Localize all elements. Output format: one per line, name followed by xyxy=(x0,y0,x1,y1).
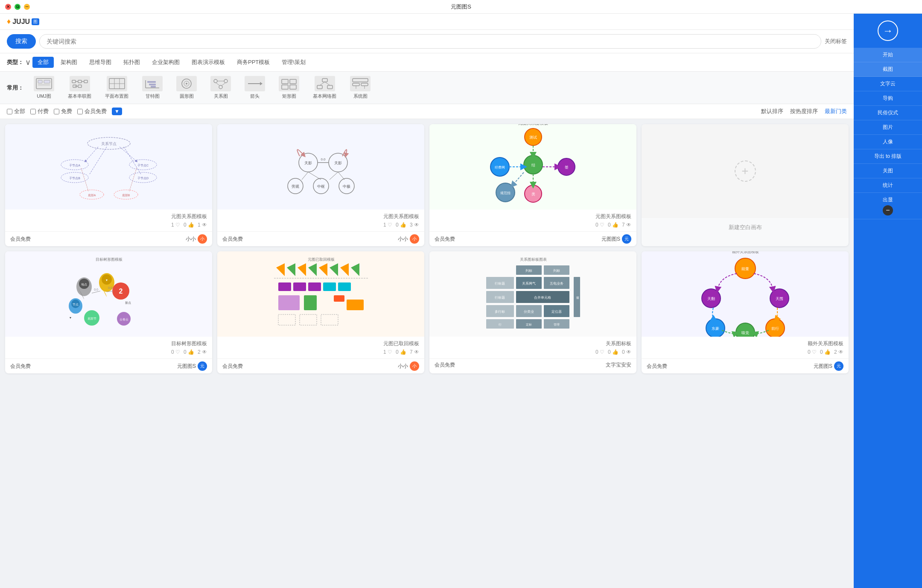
svg-text:合并单元格: 合并单元格 xyxy=(534,296,551,300)
svg-rect-33 xyxy=(290,79,296,84)
sidebar-item-close-map[interactable]: 关图 xyxy=(854,164,922,178)
svg-text:五电业务: 五电业务 xyxy=(550,282,563,285)
sidebar-item-shopping[interactable]: 导购 xyxy=(854,91,922,106)
style-item-floor-plan[interactable]: 平面布置图 xyxy=(102,74,132,101)
sidebar-item-folk-label: 民俗仪式 xyxy=(878,109,898,116)
window-controls: ✕ ⧉ ─ xyxy=(5,4,30,10)
empty-plus-icon: + xyxy=(735,160,756,182)
card-1-info: 元图关系图模板 1 ♡ 0 👍 1 👁 xyxy=(5,210,212,231)
max-button[interactable]: ⧉ xyxy=(15,4,20,10)
style-item-relation[interactable]: 关系图 xyxy=(207,74,234,101)
titlebar: ✕ ⧉ ─ 元图图S xyxy=(0,0,922,14)
min-button[interactable]: ─ xyxy=(24,4,30,10)
right-sidebar: → 开始 截图 文字云 导购 民俗仪式 图片 人像 导出 to 排版 关图 统计 xyxy=(854,14,922,588)
sidebar-minus-icon[interactable]: − xyxy=(883,205,893,215)
svg-text:行标题: 行标题 xyxy=(495,282,505,285)
svg-text:分类业: 分类业 xyxy=(524,310,534,314)
cat-tab-management[interactable]: 管理\策划 xyxy=(277,57,311,68)
card-6-views: 7 👁 xyxy=(410,349,419,355)
card-8-avatar: 元 xyxy=(834,361,843,371)
cat-tab-enterprise[interactable]: 企业架构图 xyxy=(147,57,185,68)
svg-text:能量: 能量 xyxy=(741,267,749,271)
floor-plan-icon xyxy=(107,76,127,91)
card-5[interactable]: 目标树形图模板 地点 ▼ 2 xyxy=(5,251,212,373)
filter-free[interactable]: 免费 xyxy=(54,108,72,115)
svg-text:元图关系图模板: 元图关系图模板 xyxy=(518,124,548,125)
sidebar-item-stats[interactable]: 统计 xyxy=(854,178,922,193)
card-7-user: 文字宝安安 xyxy=(606,361,631,369)
svg-line-99 xyxy=(513,172,524,185)
card-5-username: 元图图S xyxy=(177,363,196,370)
relation-icon xyxy=(210,76,231,91)
svg-rect-138 xyxy=(304,295,317,310)
sidebar-forward-button[interactable]: → xyxy=(878,20,898,41)
sidebar-item-start[interactable]: 开始 xyxy=(854,48,922,62)
style-name-system: 系统图 xyxy=(353,93,368,99)
cat-tab-architecture[interactable]: 架构图 xyxy=(55,57,82,68)
style-name-circle: 圆形图 xyxy=(180,93,194,99)
style-item-arrow[interactable]: 箭头 xyxy=(241,74,268,101)
style-item-circle[interactable]: 圆形图 xyxy=(173,74,200,101)
search-input[interactable] xyxy=(39,34,821,49)
svg-rect-141 xyxy=(278,314,295,325)
card-4-empty[interactable]: + 新建空白画布 xyxy=(642,124,849,246)
sidebar-item-export[interactable]: 导出 to 排版 xyxy=(854,149,922,164)
filter-free-checkbox[interactable] xyxy=(54,109,59,114)
svg-rect-143 xyxy=(321,314,338,325)
card-1-stats: 1 ♡ 0 👍 1 👁 xyxy=(10,222,207,228)
card-5-user: 元图图S 元 xyxy=(177,361,207,371)
category-expand-icon[interactable]: ∨ xyxy=(25,58,31,67)
cat-tab-all[interactable]: 全部 xyxy=(32,57,54,68)
card-3-preview: 元图关系图模板 结 测试 类 经费网 xyxy=(429,124,636,210)
filter-all[interactable]: 全部 xyxy=(7,108,25,115)
card-2[interactable]: 天影 天影 旁观 中枢 中极 0.0 xyxy=(217,124,424,246)
svg-line-28 xyxy=(216,83,220,86)
filter-paid-checkbox[interactable] xyxy=(30,109,36,114)
sidebar-item-folk[interactable]: 民俗仪式 xyxy=(854,106,922,120)
style-item-gantt[interactable]: 甘特图 xyxy=(139,74,166,101)
card-7[interactable]: 关系图标板图表 列标 列标 行标题 关系网气 xyxy=(429,251,636,373)
filter-vip[interactable]: 会员免费 xyxy=(77,108,107,115)
style-item-network[interactable]: 基本网络图 xyxy=(309,74,340,101)
filter-vip-checkbox[interactable] xyxy=(77,109,83,114)
svg-rect-142 xyxy=(300,314,317,325)
svg-text:经费网: 经费网 xyxy=(495,166,505,169)
style-item-basic-series[interactable]: 基本串联图 xyxy=(64,74,95,101)
circle-icon xyxy=(176,76,197,91)
cat-tab-ppt[interactable]: 商务PPT模板 xyxy=(232,57,275,68)
card-3-views: 7 👁 xyxy=(622,222,631,228)
sidebar-item-wordcloud[interactable]: 文字云 xyxy=(854,77,922,91)
sort-hot-btn[interactable]: 按热度排序 xyxy=(790,108,818,115)
sidebar-item-screenshot[interactable]: 截图 xyxy=(854,62,922,77)
card-8[interactable]: 额外关系图模板 能量 天翻 天围 东豪 xyxy=(642,251,849,373)
sort-new-btn[interactable]: 最新门类 xyxy=(825,108,847,115)
close-button[interactable]: ✕ xyxy=(5,4,11,10)
cat-tab-topology[interactable]: 拓扑图 xyxy=(118,57,145,68)
card-6[interactable]: 元图已取回模板 xyxy=(217,251,424,373)
sidebar-item-picture[interactable]: 图片 xyxy=(854,120,922,135)
style-item-system[interactable]: 系统图 xyxy=(347,74,374,101)
svg-line-78 xyxy=(302,172,308,180)
search-button[interactable]: 搜索 xyxy=(7,34,36,49)
sort-default-btn[interactable]: 默认排序 xyxy=(761,108,783,115)
search-bar: 搜索 关闭标签 xyxy=(0,30,854,53)
cat-tab-mindmap[interactable]: 思维导图 xyxy=(84,57,117,68)
card-1[interactable]: 关系节点 子节点A 子节点B 子节点C 子节点D xyxy=(5,124,212,246)
svg-line-112 xyxy=(92,291,100,293)
cat-tab-presentation[interactable]: 图表演示模板 xyxy=(187,57,230,68)
style-item-rect[interactable]: 矩形图 xyxy=(275,74,303,101)
style-item-umj[interactable]: UMJ图 xyxy=(30,74,58,101)
filter-paid[interactable]: 付费 xyxy=(30,108,49,115)
sidebar-item-output[interactable]: 出显 − xyxy=(854,193,922,219)
sidebar-item-portrait[interactable]: 人像 xyxy=(854,135,922,149)
svg-text:嗅觉: 嗅觉 xyxy=(741,331,749,335)
svg-line-62 xyxy=(120,147,137,161)
card-3[interactable]: 元图关系图模板 结 测试 类 经费网 xyxy=(429,124,636,246)
brand-name: JUJU xyxy=(12,18,30,26)
filter-all-checkbox[interactable] xyxy=(7,109,12,114)
card-5-avatar: 元 xyxy=(198,361,207,371)
svg-text:目标树形图模板: 目标树形图模板 xyxy=(95,257,122,262)
svg-text:关系图标板图表: 关系图标板图表 xyxy=(519,257,546,262)
svg-text:额外关系图模板: 额外关系图模板 xyxy=(732,251,759,254)
filter-dropdown-button[interactable]: ▼ xyxy=(112,108,122,115)
